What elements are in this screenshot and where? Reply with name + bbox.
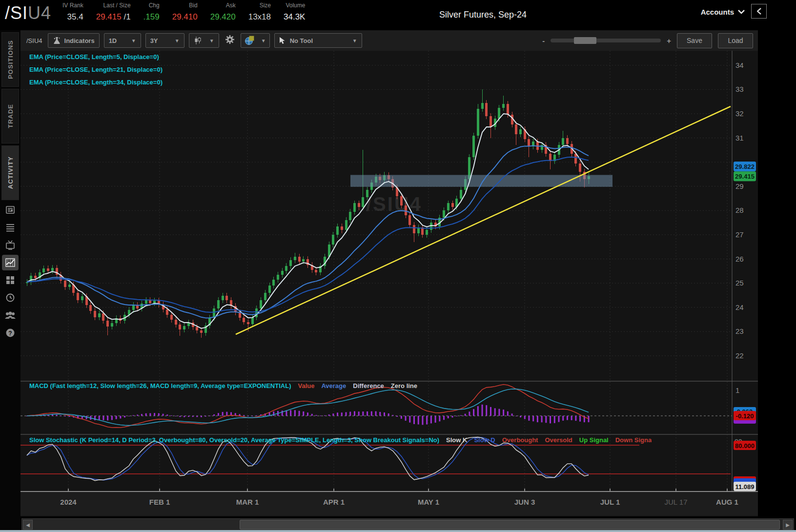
chevron-down-icon: ▼ [209,38,214,43]
share-icon[interactable] [2,307,19,323]
quote-field-bid: Bid29.410 [172,2,198,22]
timeframe-dropdown[interactable]: 1D ▼ [104,33,141,48]
time-axis-label: JUN 3 [514,498,535,506]
study-label-ema5[interactable]: EMA (Price=CLOSE, Length=5, Displace=0) [29,53,159,61]
symbol-suffix: U4 [28,3,51,23]
legend-item: Oversold [545,436,572,444]
range-value: 3Y [150,37,158,44]
chart-toolbar: /SIU4 Indicators 1D ▼ 3Y ▼ ▼ ▼ No Tool [20,30,758,51]
svg-text:28: 28 [735,206,744,214]
watermark: /SIU4 [366,193,422,215]
study-label-ema34[interactable]: EMA (Price=CLOSE, Length=34, Displace=0) [29,79,163,86]
range-dropdown[interactable]: 3Y ▼ [145,33,184,48]
quote-field-label: Bid [189,2,197,9]
time-axis: 2024FEB 1MAR 1APR 1MAY 1JUN 3JUL 1JUL 17… [20,492,758,515]
quote-field-volume: Volume34.3K [284,2,305,22]
zoom-in-button[interactable]: + [667,37,671,45]
timeframe-value: 1D [109,37,117,44]
zoom-slider-thumb[interactable] [574,37,596,44]
window-edge [0,530,796,532]
time-axis-label: JUL 17 [665,498,688,506]
indicators-button[interactable]: Indicators [48,33,100,48]
chart-plot-area[interactable]: /SIU434333231292827262524232218029.82229… [20,51,758,492]
quote-field-label: Chg [149,2,160,9]
flask-icon [53,37,61,44]
study-label-ema21[interactable]: EMA (Price=CLOSE, Length=21, Displace=0) [29,66,163,73]
svg-text:23: 23 [735,327,744,335]
scroll-left-arrow[interactable]: ◀ [23,520,33,530]
time-axis-label: JUL 1 [600,498,620,506]
drawing-tool-dropdown[interactable]: No Tool ▼ [274,33,362,48]
watchlist-icon[interactable] [2,220,19,235]
accounts-menu[interactable]: Accounts [701,8,745,16]
quote-field-iv-rank: IV Rank35.4 [62,2,83,22]
svg-text:22: 22 [735,351,744,360]
collapse-panel-button[interactable] [751,4,767,19]
news-icon[interactable] [2,202,19,218]
scrollbar-thumb[interactable] [240,520,780,530]
left-sidebar: POSITIONSTRADEACTIVITY ? [0,30,20,532]
sidebar-tab-positions[interactable]: POSITIONS [1,32,19,87]
quote-field-value: 29.420 [210,12,236,22]
svg-text:11.089: 11.089 [735,483,754,491]
sidebar-tab-trade[interactable]: TRADE [1,89,19,143]
chevron-down-icon: ▼ [352,38,357,43]
horizontal-scrollbar[interactable]: ◀ ▶ [21,518,794,531]
quote-field-value: .159 [143,12,160,22]
quote-fields: IV Rank35.4Last / Size29.415 /1Chg.159Bi… [62,2,305,22]
flexgrid-icon [245,36,254,45]
svg-text:29.822: 29.822 [735,163,755,170]
svg-text:80.000: 80.000 [735,442,755,450]
quote-field-label: Volume [286,2,305,9]
svg-text:29: 29 [735,182,744,190]
svg-text:34: 34 [735,61,744,69]
quote-field-label: Last / Size [103,2,131,9]
quote-field-label: IV Rank [62,2,83,9]
accounts-label: Accounts [701,8,734,16]
flexgrid-dropdown[interactable]: ▼ [241,33,270,48]
save-button[interactable]: Save [677,33,712,48]
symbol-ticker: /SIU4 [5,3,51,23]
price-chart[interactable]: /SIU434333231292827262524232218029.82229… [20,51,758,492]
quote-field-value: 29.415 /1 [96,12,131,22]
zoom-out-button[interactable]: - [542,37,545,45]
chart-type-dropdown[interactable]: ▼ [189,33,219,48]
tv-icon[interactable] [2,237,19,253]
svg-text:26: 26 [735,255,744,263]
study-label-stochastic[interactable]: Slow Stochastic (K Period=14, D Period=3… [29,436,439,444]
cursor-icon [279,37,286,44]
macd-legend: MACD (Fast length=12, Slow length=26, MA… [29,382,417,389]
sidebar-tab-label: TRADE [7,104,14,128]
quote-field-last-size: Last / Size29.415 /1 [96,2,131,22]
legend-item: Overbought [502,436,538,444]
quote-field-size: Size13x18 [248,2,271,22]
grid-icon[interactable] [2,272,19,288]
time-axis-label: FEB 1 [149,498,170,506]
svg-text:1: 1 [735,386,739,394]
study-label-macd[interactable]: MACD (Fast length=12, Slow length=26, MA… [29,382,291,389]
sidebar-tab-activity[interactable]: ACTIVITY [1,145,19,200]
history-icon[interactable] [2,290,19,306]
quote-header: /SIU4 IV Rank35.4Last / Size29.415 /1Chg… [0,0,796,30]
tool-value: No Tool [290,37,313,44]
quote-field-label: Ask [226,2,236,9]
time-axis-label: MAR 1 [236,498,259,506]
time-axis-label: AUG 1 [716,498,738,506]
svg-text:?: ? [8,330,12,337]
time-axis-label: 2024 [60,498,76,506]
chart-panel: /SIU4 Indicators 1D ▼ 3Y ▼ ▼ ▼ No Tool [20,30,758,516]
zoom-slider[interactable] [551,39,661,42]
legend-item: Slow K [446,436,467,444]
chevron-down-icon: ▼ [261,38,266,43]
instrument-title: Silver Futures, Sep-24 [439,10,527,20]
settings-gear-button[interactable] [224,34,236,47]
svg-text:32: 32 [735,109,744,118]
time-axis-label: APR 1 [323,498,345,506]
sidebar-tab-label: ACTIVITY [7,156,14,189]
scroll-right-arrow[interactable]: ▶ [783,520,793,530]
chart-icon[interactable] [2,255,19,270]
help-icon[interactable]: ? [2,325,19,341]
load-button[interactable]: Load [718,33,753,48]
legend-item: Value [298,382,314,389]
quote-field-value: 13x18 [248,12,271,22]
